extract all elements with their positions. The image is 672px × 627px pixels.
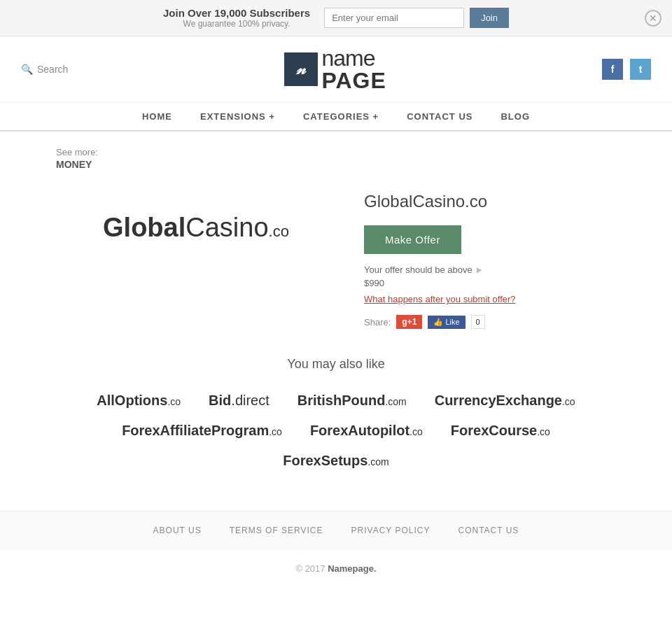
see-more-label: See more: [56, 147, 98, 157]
share-label: Share: [364, 317, 391, 327]
see-more-category[interactable]: MONEY [56, 159, 92, 170]
logo-icon: 𝓃 [284, 52, 318, 86]
main-content: See more: MONEY GlobalCasino.co GlobalCa… [0, 132, 672, 511]
facebook-like-button[interactable]: 👍 Like [428, 316, 465, 329]
offer-submit-link[interactable]: What happens after you submit offer? [364, 294, 616, 304]
make-offer-button[interactable]: Make Offer [364, 225, 461, 254]
search-area[interactable]: 🔍 Search [21, 64, 68, 75]
domain-title: GlobalCasino.co [364, 192, 616, 211]
domain-card-currencyexchange[interactable]: CurrencyExchange.co [435, 393, 575, 409]
offer-arrow-icon: ► [475, 265, 484, 275]
header: 🔍 Search 𝓃 name PAGE f t [0, 36, 672, 103]
join-button[interactable]: Join [470, 8, 509, 28]
nav-contact[interactable]: CONTACT US [407, 111, 472, 122]
fb-like-label: 👍 Like [433, 318, 459, 327]
top-banner: Join Over 19,000 Subscribers We guarante… [0, 0, 672, 36]
offer-amount: $990 [364, 278, 616, 288]
footer-terms[interactable]: TERMS OF SERVICE [230, 526, 323, 535]
search-label: Search [37, 64, 68, 75]
twitter-icon[interactable]: t [630, 59, 651, 80]
footer-contact[interactable]: CONTACT US [458, 526, 519, 535]
social-links: f t [602, 59, 651, 80]
share-row: Share: g+1 👍 Like 0 [364, 315, 616, 329]
close-button[interactable]: ✕ [645, 10, 662, 27]
domain-card-forexcourse[interactable]: ForexCourse.co [451, 423, 550, 439]
nav-categories[interactable]: CATEGORIES + [303, 111, 379, 122]
logo-text: name PAGE [322, 47, 386, 92]
footer-brand[interactable]: Namepage. [328, 563, 376, 574]
nav-extensions[interactable]: EXTENSIONS + [200, 111, 275, 122]
domain-section: GlobalCasino.co GlobalCasino.co Make Off… [56, 185, 616, 329]
banner-form: Join [324, 8, 509, 28]
banner-text: Join Over 19,000 Subscribers We guarante… [163, 7, 310, 29]
google-plus-button[interactable]: g+1 [396, 315, 422, 329]
nav-home[interactable]: HOME [142, 111, 172, 122]
main-nav: HOME EXTENSIONS + CATEGORIES + CONTACT U… [0, 103, 672, 132]
footer-about[interactable]: ABOUT US [153, 526, 202, 535]
also-like-section: You may also like AllOptions.co Bid.dire… [56, 357, 616, 469]
domain-logo-area: GlobalCasino.co [56, 185, 336, 271]
domain-card-bid[interactable]: Bid.direct [209, 393, 270, 409]
logo[interactable]: 𝓃 name PAGE [284, 47, 386, 92]
also-like-title: You may also like [56, 357, 616, 372]
footer-privacy[interactable]: PRIVACY POLICY [351, 526, 430, 535]
domain-card-forexsetups[interactable]: ForexSetups.com [283, 453, 389, 469]
domain-card-britishpound[interactable]: BritishPound.com [298, 393, 407, 409]
domain-card-forexautopilot[interactable]: ForexAutopilot.co [310, 423, 423, 439]
domain-card-forexaffiliateprogram[interactable]: ForexAffiliateProgram.co [122, 423, 282, 439]
see-more: See more: MONEY [56, 146, 616, 171]
email-input[interactable] [324, 8, 464, 28]
banner-subtitle: We guarantee 100% privacy. [163, 19, 310, 29]
domain-card-alloptions[interactable]: AllOptions.co [97, 393, 181, 409]
domain-grid: AllOptions.co Bid.direct BritishPound.co… [56, 393, 616, 469]
nav-blog[interactable]: BLOG [500, 111, 530, 122]
footer-nav: ABOUT US TERMS OF SERVICE PRIVACY POLICY… [0, 511, 672, 549]
domain-logo-image: GlobalCasino.co [103, 213, 289, 243]
fb-like-count: 0 [471, 315, 485, 329]
domain-info: GlobalCasino.co Make Offer Your offer sh… [364, 185, 616, 329]
facebook-icon[interactable]: f [602, 59, 623, 80]
offer-info-text: Your offer should be above ► [364, 265, 616, 275]
banner-title: Join Over 19,000 Subscribers [163, 7, 310, 19]
footer-copyright: © 2017 Namepage. [0, 549, 672, 588]
search-icon: 🔍 [21, 64, 33, 75]
